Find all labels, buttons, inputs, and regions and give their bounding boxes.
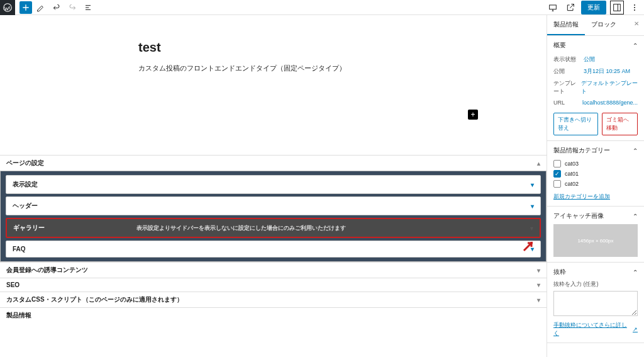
faq-label: FAQ	[13, 246, 26, 252]
checkbox-unchecked[interactable]	[553, 160, 561, 167]
product-info-header[interactable]: 製品情報	[0, 308, 547, 323]
content-wrap: test カスタム投稿のフロントエンドエンドタイプ（固定ページタイプ） +	[25, 40, 453, 73]
summary-title: 概要	[553, 41, 566, 50]
gallery-hint: 表示設定よりサイドバーを表示しないに設定にした場合にのみご利用いただけます	[136, 224, 346, 232]
category-row-cat02[interactable]: cat02	[553, 179, 638, 189]
sidebar-tabs: 製品情報 ブロック ✕	[547, 15, 644, 36]
product-info-label: 製品情報	[6, 311, 31, 320]
template-value: デフォルトテンプレート	[581, 79, 638, 96]
url-value: localhost:8888/gene...	[582, 99, 638, 106]
categories-header[interactable]: 製品情報カテゴリー ⌃	[553, 146, 638, 155]
category-label: cat03	[565, 161, 579, 167]
header-label: ヘッダー	[13, 201, 38, 210]
faq-row[interactable]: FAQ ▾	[6, 241, 541, 258]
member-cta-header[interactable]: 会員登録への誘導コンテンツ ▾	[0, 263, 547, 278]
checkbox-checked[interactable]: ✓	[553, 170, 561, 178]
chevron-down-icon: ▾	[531, 203, 534, 210]
page-settings-label: ページの設定	[6, 159, 44, 167]
inline-add-block-button[interactable]: +	[468, 110, 478, 120]
svg-point-5	[634, 9, 635, 11]
chevron-up-icon: ⌃	[633, 269, 638, 276]
update-button[interactable]: 更新	[581, 1, 606, 14]
summary-header[interactable]: 概要 ⌃	[553, 41, 638, 50]
categories-title: 製品情報カテゴリー	[553, 146, 610, 155]
excerpt-help-link[interactable]: 手動抜粋についてさらに詳しく ↗	[553, 321, 638, 337]
undo-button[interactable]	[50, 1, 64, 14]
chevron-down-icon: ▾	[531, 181, 534, 188]
chevron-down-icon: ▾	[530, 225, 533, 232]
external-preview-icon[interactable]	[564, 1, 577, 14]
header-row[interactable]: ヘッダー ▾	[6, 196, 541, 215]
product-info-section: 製品情報	[0, 307, 547, 323]
settings-toggle-button[interactable]	[610, 1, 624, 14]
sidebar-close-button[interactable]: ✕	[629, 15, 644, 35]
external-link-icon: ↗	[633, 326, 638, 332]
desktop-preview-icon[interactable]	[546, 1, 560, 14]
seo-label: SEO	[6, 281, 19, 288]
template-label: テンプレート	[553, 79, 581, 96]
display-settings-row[interactable]: 表示設定 ▾	[6, 175, 541, 194]
main-area: test カスタム投稿のフロントエンドエンドタイプ（固定ページタイプ） + ペー…	[0, 15, 644, 357]
category-row-cat03[interactable]: cat03	[553, 159, 638, 169]
chevron-down-icon: ▾	[537, 297, 540, 303]
status-row[interactable]: 表示状態 公開	[553, 54, 638, 65]
more-options-button[interactable]	[628, 1, 641, 14]
template-row[interactable]: テンプレート デフォルトテンプレート	[553, 77, 638, 98]
tab-product-info[interactable]: 製品情報	[547, 15, 585, 35]
redo-button[interactable]	[65, 1, 79, 14]
content-area: test カスタム投稿のフロントエンドエンドタイプ（固定ページタイプ） +	[0, 15, 547, 73]
edit-mode-button[interactable]	[34, 1, 48, 14]
status-value: 公開	[584, 55, 595, 64]
categories-panel: 製品情報カテゴリー ⌃ cat03 ✓ cat01 cat02 新規カテゴリーを…	[547, 141, 644, 207]
excerpt-textarea[interactable]	[553, 291, 638, 316]
page-settings-section: ページの設定 ▴ 表示設定 ▾ ヘッダー ▾ ギャラリー 表示設定よりサイドバー…	[0, 155, 547, 262]
custom-css-header[interactable]: カスタムCSS・スクリプト（このページのみに適用されます） ▾	[0, 292, 547, 307]
add-block-button[interactable]	[19, 1, 32, 14]
seo-header[interactable]: SEO ▾	[0, 278, 547, 292]
page-settings-header[interactable]: ページの設定 ▴	[0, 156, 547, 171]
thumbnail-header[interactable]: アイキャッチ画像 ⌃	[553, 212, 638, 220]
post-body[interactable]: カスタム投稿のフロントエンドエンドタイプ（固定ページタイプ）	[138, 64, 453, 73]
tab-block[interactable]: ブロック	[585, 15, 623, 35]
outline-button[interactable]	[81, 1, 95, 14]
chevron-up-icon: ⌃	[633, 42, 638, 49]
thumbnail-placeholder[interactable]: 1456px × 600px	[553, 224, 638, 257]
checkbox-unchecked[interactable]	[553, 180, 561, 188]
svg-rect-2	[614, 4, 621, 11]
excerpt-panel: 抜粋 ⌃ 抜粋を入力 (任意) 手動抜粋についてさらに詳しく ↗	[547, 263, 644, 343]
chevron-up-icon: ▴	[537, 160, 540, 167]
gallery-row[interactable]: ギャラリー 表示設定よりサイドバーを表示しないに設定にした場合にのみご利用いただ…	[6, 218, 541, 238]
category-label: cat02	[565, 181, 579, 187]
excerpt-label: 抜粋を入力 (任意)	[553, 280, 638, 288]
svg-point-4	[634, 7, 635, 8]
summary-panel: 概要 ⌃ 表示状態 公開 公開 3月12日 10:25 AM テンプレート デフ…	[547, 36, 644, 141]
trash-button[interactable]: ゴミ箱へ移動	[602, 113, 638, 135]
metabox-area: ページの設定 ▴ 表示設定 ▾ ヘッダー ▾ ギャラリー 表示設定よりサイドバー…	[0, 155, 547, 357]
thumbnail-title: アイキャッチ画像	[553, 212, 604, 220]
seo-section: SEO ▾	[0, 278, 547, 292]
display-settings-label: 表示設定	[13, 180, 38, 189]
svg-point-3	[634, 4, 635, 6]
excerpt-help-text: 手動抜粋についてさらに詳しく	[553, 321, 631, 337]
chevron-up-icon: ⌃	[633, 147, 638, 154]
member-cta-label: 会員登録への誘導コンテンツ	[6, 266, 88, 275]
thumbnail-panel: アイキャッチ画像 ⌃ 1456px × 600px	[547, 207, 644, 263]
url-label: URL	[553, 99, 582, 106]
excerpt-title: 抜粋	[553, 268, 566, 276]
add-category-link[interactable]: 新規カテゴリーを追加	[553, 193, 638, 201]
url-row[interactable]: URL localhost:8888/gene...	[553, 98, 638, 108]
publish-row[interactable]: 公開 3月12日 10:25 AM	[553, 65, 638, 77]
toolbar-left	[3, 0, 95, 15]
toolbar-right: 更新	[546, 1, 641, 14]
publish-value: 3月12日 10:25 AM	[584, 67, 630, 76]
category-label: cat01	[565, 171, 579, 177]
post-title[interactable]: test	[138, 40, 453, 55]
excerpt-header[interactable]: 抜粋 ⌃	[553, 268, 638, 276]
page-settings-body: 表示設定 ▾ ヘッダー ▾ ギャラリー 表示設定よりサイドバーを表示しないに設定…	[0, 171, 547, 262]
category-row-cat01[interactable]: ✓ cat01	[553, 169, 638, 179]
switch-draft-button[interactable]: 下書きへ切り替え	[553, 113, 598, 135]
settings-sidebar: 製品情報 ブロック ✕ 概要 ⌃ 表示状態 公開 公開 3月12日 10:25 …	[547, 15, 644, 357]
summary-actions: 下書きへ切り替え ゴミ箱へ移動	[553, 113, 638, 135]
wordpress-logo[interactable]	[0, 0, 15, 15]
chevron-up-icon: ⌃	[633, 213, 638, 220]
